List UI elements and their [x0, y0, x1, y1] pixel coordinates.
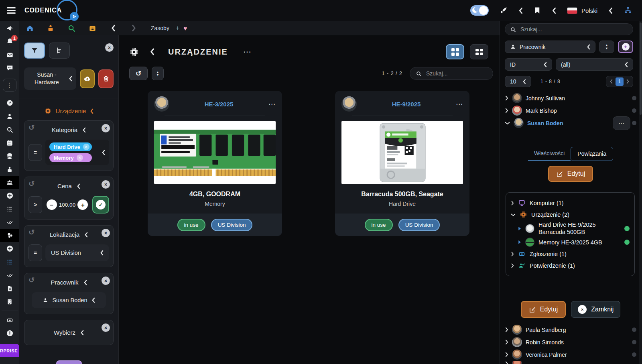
breadcrumb[interactable]: Zasoby [151, 25, 169, 31]
tree-item-komputer[interactable]: Komputer (1) [511, 197, 630, 209]
tag-memory[interactable]: Memory × [49, 153, 92, 162]
operator-button[interactable]: = [28, 144, 42, 161]
sidebar-item-assets[interactable] [0, 229, 19, 242]
expand-icon[interactable] [511, 201, 514, 205]
scrollbar-thumb[interactable] [640, 22, 642, 115]
hierarchy-view-button[interactable] [49, 43, 70, 59]
remove-filter-icon[interactable]: × [102, 229, 110, 237]
employee-search[interactable] [505, 23, 633, 35]
expand-triangle-icon[interactable] [518, 226, 521, 231]
id-sort-dropdown[interactable]: ID [505, 58, 552, 71]
database-icon[interactable] [0, 149, 19, 163]
asset-card-memory[interactable]: HE-3/2025 ⋯ [148, 91, 282, 236]
close-button[interactable]: × Zamknij [571, 301, 620, 318]
employee-row[interactable]: Veronica Palmer [505, 348, 636, 361]
chevron-left-icon[interactable] [84, 232, 88, 238]
dark-mode-toggle[interactable] [470, 5, 489, 16]
chevron-left-icon[interactable] [518, 7, 523, 14]
chevron-left-icon[interactable] [80, 330, 84, 336]
expand-icon[interactable] [505, 96, 508, 101]
expand-icon[interactable] [511, 252, 514, 256]
bookmark-icon[interactable] [534, 6, 541, 14]
location-badge[interactable]: US Division [211, 219, 253, 231]
card-menu-icon[interactable]: ⋯ [268, 100, 276, 108]
chevron-left-icon[interactable] [608, 7, 613, 14]
nav-forward-icon[interactable] [124, 24, 144, 32]
location-badge[interactable]: US Division [398, 219, 440, 231]
tab-relations[interactable]: Powiązania [571, 147, 613, 161]
reset-icon[interactable]: ↺ [28, 229, 35, 236]
remove-tag-icon[interactable]: × [77, 155, 83, 161]
expand-icon[interactable] [511, 263, 514, 268]
owner-avatar[interactable] [341, 96, 357, 112]
calendar-tab-icon[interactable] [82, 24, 103, 32]
sitemap-icon[interactable] [624, 6, 632, 14]
theme-brush-icon[interactable] [500, 6, 508, 14]
expand-icon[interactable] [505, 340, 508, 345]
collapse-icon[interactable] [505, 121, 510, 125]
reset-icon[interactable]: ↺ [28, 124, 35, 131]
price-value[interactable]: 100.00 [59, 202, 75, 208]
employee-search-input[interactable] [520, 26, 628, 33]
category-tags-dropdown[interactable]: Hard Drive × Memory × [45, 140, 109, 165]
expand-triangle-icon[interactable] [518, 240, 521, 244]
more-options-icon[interactable]: ⋮ [0, 77, 19, 93]
remove-filter-icon[interactable]: × [102, 124, 110, 132]
remove-filter-icon[interactable]: × [102, 180, 110, 189]
reset-icon[interactable]: ↺ [28, 277, 35, 284]
user-avatar[interactable] [57, 0, 77, 20]
alert-icon[interactable] [0, 327, 19, 340]
chevron-left-icon[interactable] [83, 280, 87, 285]
chevron-left-icon[interactable] [552, 7, 556, 14]
apply-price-button[interactable]: ✓ [92, 196, 109, 214]
employee-assets-icon[interactable] [0, 163, 19, 176]
building-icon[interactable] [0, 295, 19, 308]
menu-icon[interactable] [7, 7, 16, 14]
reset-list-button[interactable]: ↺ [129, 67, 148, 80]
nav-back-icon[interactable] [103, 24, 124, 32]
employee-row[interactable]: Robin Simonds [505, 336, 636, 348]
employee-row[interactable]: Mark Bishop [505, 104, 636, 117]
employee-tab-icon[interactable] [40, 24, 61, 32]
favorite-heart-icon[interactable]: ♥ [183, 25, 187, 32]
expand-icon[interactable] [505, 352, 508, 357]
employee-row-partial[interactable] [505, 361, 636, 364]
chevron-left-icon[interactable] [82, 127, 86, 133]
employee-row[interactable]: Paula Sandberg [505, 323, 636, 336]
expand-icon[interactable] [505, 327, 508, 332]
language-label[interactable]: Polski [581, 7, 597, 14]
double-check-icon[interactable] [0, 216, 19, 229]
collapse-icon[interactable] [511, 213, 516, 216]
back-icon[interactable] [150, 48, 154, 55]
dashboard-gauge-icon[interactable] [0, 96, 19, 110]
close-filters-icon[interactable]: × [105, 43, 114, 52]
current-page[interactable]: 1 [616, 77, 624, 86]
card-menu-icon[interactable]: ⋯ [456, 100, 463, 108]
tree-item-hard-drive[interactable]: Hard Drive HE-9/2025 Barracuda 500GB [518, 220, 630, 236]
page-size-dropdown[interactable]: 10 [505, 76, 531, 87]
location-dropdown[interactable]: US Division [45, 244, 109, 261]
employee-dropdown[interactable]: Susan Boden [32, 292, 106, 308]
edit-button[interactable]: Edytuj [548, 166, 593, 182]
status-badge[interactable]: in use [365, 219, 393, 231]
asset-code[interactable]: HE-3/2025 [169, 101, 268, 108]
mail-icon[interactable] [0, 48, 19, 61]
tree-item-potwierdzenie[interactable]: Potwierdzenie (1) [511, 260, 630, 271]
search-icon[interactable] [0, 123, 19, 136]
page-next-icon[interactable] [626, 79, 630, 84]
home-tab-icon[interactable] [19, 24, 40, 32]
asset-search[interactable] [410, 67, 493, 80]
decrement-button[interactable]: − [47, 199, 57, 210]
chat-icon[interactable] [0, 61, 19, 75]
saved-filter-dropdown[interactable]: Susan - Hardware [24, 67, 76, 90]
remove-filter-icon[interactable]: × [102, 277, 110, 285]
search-input[interactable] [425, 70, 487, 77]
double-check-icon[interactable] [0, 268, 19, 282]
sort-button[interactable]: ▲▼ [152, 67, 164, 80]
tab-properties[interactable]: Właściwości [528, 147, 571, 161]
tree-item-zgloszenie[interactable]: Zgłoszenie (1) [511, 248, 630, 260]
add-circle-icon[interactable] [0, 242, 19, 255]
document-icon[interactable] [0, 282, 19, 295]
sort-employees-button[interactable]: ▲▼ [599, 41, 614, 53]
grid-view-button-alt[interactable] [470, 44, 488, 59]
